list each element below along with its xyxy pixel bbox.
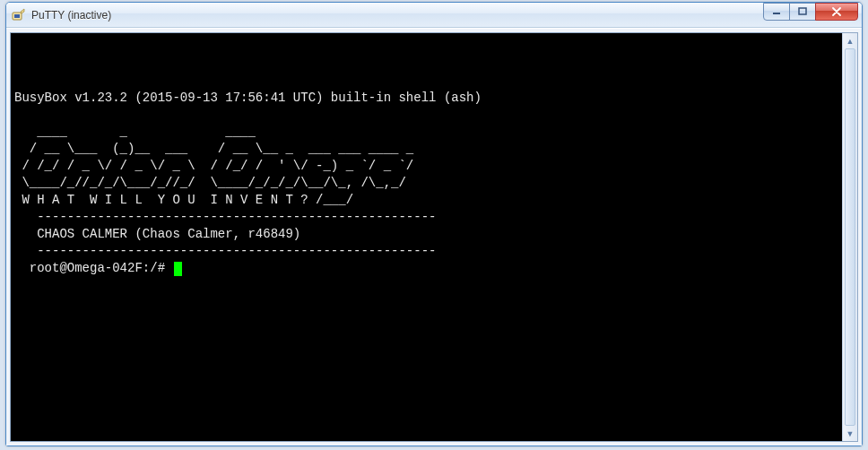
terminal-line: / __ \___ (_)__ ___ / __ \__ _ ___ ___ _…	[14, 142, 413, 156]
close-icon	[831, 7, 842, 16]
svg-rect-1	[14, 14, 20, 18]
terminal-line: W H A T W I L L Y O U I N V E N T ? /___…	[14, 193, 353, 207]
scroll-down-icon[interactable]: ▼	[843, 426, 857, 441]
putty-window: PuTTY (inactive) BusyBox v1.23.2 (2015-0…	[5, 2, 863, 446]
window-buttons	[764, 3, 858, 21]
svg-rect-3	[799, 8, 806, 14]
close-button[interactable]	[815, 3, 858, 21]
terminal-line: ----------------------------------------…	[14, 244, 436, 258]
terminal-line: BusyBox v1.23.2 (2015-09-13 17:56:41 UTC…	[14, 91, 482, 105]
terminal-line: ____ _ ____	[14, 125, 256, 139]
terminal-line: / /_/ / _ \/ / _ \/ _ \ / /_/ / ' \/ -_)…	[14, 159, 413, 173]
svg-rect-2	[773, 13, 780, 14]
titlebar[interactable]: PuTTY (inactive)	[6, 3, 862, 28]
terminal-line: \____/_//_/_/\___/_//_/ \____/_/_/_/\__/…	[14, 176, 406, 190]
terminal-line: ----------------------------------------…	[14, 210, 436, 224]
scroll-up-icon[interactable]: ▲	[843, 33, 857, 48]
vertical-scrollbar[interactable]: ▲ ▼	[842, 33, 857, 441]
terminal-line: CHAOS CALMER (Chaos Calmer, r46849)	[14, 227, 300, 241]
prompt-line: root@Omega-042F:/#	[14, 260, 838, 277]
scroll-thumb[interactable]	[845, 48, 855, 426]
terminal-frame: BusyBox v1.23.2 (2015-09-13 17:56:41 UTC…	[10, 32, 858, 442]
window-title: PuTTY (inactive)	[31, 9, 764, 22]
minimize-icon	[772, 7, 781, 16]
maximize-button[interactable]	[789, 3, 816, 21]
putty-icon	[12, 8, 26, 22]
shell-prompt: root@Omega-042F:/#	[14, 260, 172, 277]
maximize-icon	[798, 7, 807, 16]
client-area: BusyBox v1.23.2 (2015-09-13 17:56:41 UTC…	[6, 28, 862, 446]
minimize-button[interactable]	[763, 3, 790, 21]
terminal[interactable]: BusyBox v1.23.2 (2015-09-13 17:56:41 UTC…	[11, 33, 842, 441]
scroll-track[interactable]	[843, 48, 857, 426]
cursor	[174, 262, 182, 276]
